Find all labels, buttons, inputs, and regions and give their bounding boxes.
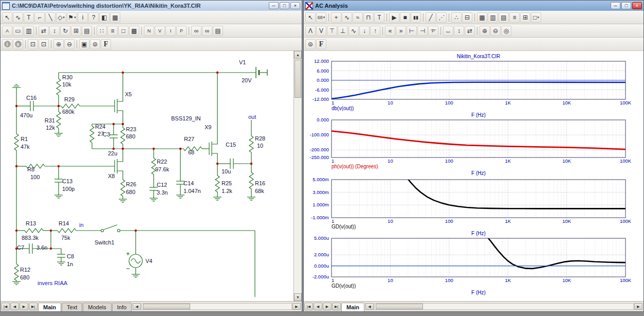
go-to-branch-button[interactable]: ⇄ [465, 26, 475, 36]
high-button[interactable]: ⊤ [327, 26, 337, 36]
tab-scroll-first-button[interactable]: |◀ [304, 303, 313, 310]
scrollbar-thumb[interactable] [376, 304, 423, 309]
flip-horizontal-button[interactable]: ⇄ [39, 26, 49, 36]
close-button[interactable]: × [632, 2, 642, 9]
copy-front-page-button[interactable]: ⊡ [28, 39, 38, 49]
tab-scroll-next-button[interactable]: ▶ [20, 303, 28, 310]
plot-phase-vout[interactable]: 0.000-100.000-200.000-250.0001101001K10K… [309, 117, 631, 176]
font-button[interactable]: F [101, 39, 111, 49]
global-min-button[interactable]: ↓ [359, 26, 370, 36]
copy-page-button[interactable]: ⊡ [39, 39, 49, 49]
stop-button[interactable]: ■ [400, 12, 410, 23]
scope-layout-button[interactable]: □▾ [531, 12, 541, 23]
autoscale-button[interactable]: ◎ [501, 26, 511, 36]
data-points-button[interactable]: ∴ [451, 12, 462, 23]
tab-scroll-next-button[interactable]: ▶ [323, 303, 332, 310]
minimize-button[interactable]: ─ [611, 2, 620, 9]
analysis-plot-area[interactable]: 12.0006.0000.000-6.000-12.0001101001K10K… [304, 51, 643, 301]
tab-main[interactable]: Main [341, 303, 364, 311]
rotate-button[interactable]: ↻ [60, 26, 70, 36]
trace-label[interactable]: db(v(out)) [332, 106, 354, 111]
solid-line-style-button[interactable]: ╱ [426, 12, 436, 23]
color-menu-button[interactable]: ◧ [99, 12, 109, 23]
vertical-scrollbar[interactable]: ▲▼ [293, 51, 302, 301]
zoom-in-button[interactable]: ⊕ [480, 26, 490, 36]
scroll-left-button[interactable]: ◀ [365, 303, 374, 310]
scroll-right-button[interactable]: ▶ [634, 303, 642, 310]
cross-hatch-button[interactable]: ▩ [129, 26, 139, 36]
zoom-out-button[interactable]: ⊖ [490, 26, 501, 36]
grid-toggle-button[interactable]: ∷ [97, 26, 107, 36]
title-block-toggle-button[interactable]: □ [118, 26, 128, 36]
scroll-track[interactable] [374, 303, 634, 310]
tokens-button[interactable]: ⊟ [462, 12, 472, 23]
tab-scroll-prev-button[interactable]: ◀ [10, 303, 19, 310]
border-toggle-button[interactable]: ≡ [107, 26, 118, 36]
zoom-out-button[interactable]: ⊖ [64, 39, 75, 49]
tab-info[interactable]: Info [112, 303, 132, 311]
font-button[interactable]: F [316, 39, 326, 49]
cursor-left-button[interactable]: « [385, 26, 395, 36]
tab-scroll-last-button[interactable]: ▶| [332, 303, 341, 310]
scroll-left-button[interactable]: ◀ [133, 303, 141, 310]
page-thumbnail-button[interactable]: ▣ [79, 39, 89, 49]
cursor-right-button[interactable]: » [396, 26, 406, 36]
shape-mode-button[interactable]: ◇▾ [56, 12, 66, 23]
node-voltages-button[interactable]: V [155, 26, 165, 36]
global-max-button[interactable]: ↑ [370, 26, 380, 36]
state-variables-button[interactable]: ⊜ [305, 39, 316, 49]
tab-scroll-last-button[interactable]: ▶| [29, 303, 38, 310]
peak-button[interactable]: Λ [305, 26, 316, 36]
scroll-track[interactable] [141, 303, 292, 310]
power-display-button[interactable]: P [176, 26, 187, 36]
run-button[interactable]: ▶ [389, 12, 399, 23]
tag-horizontal-button[interactable]: ⊢ [407, 26, 417, 36]
trace-label[interactable]: GD(v(out)) [332, 224, 356, 230]
horizontal-scrollbar[interactable]: ◀▶ [133, 303, 301, 310]
grid-horizontal-button[interactable]: ▥ [488, 12, 498, 23]
text-attributes-button[interactable]: A [2, 26, 12, 36]
analysis-titlebar[interactable]: AC Analysis ─ □ × [304, 1, 643, 11]
trace-label[interactable]: ph(v(out)) (Degrees) [332, 164, 378, 169]
close-button[interactable]: × [290, 2, 300, 9]
region-box-button[interactable]: ▭ [13, 26, 23, 36]
scroll-down-button[interactable]: ▼ [294, 293, 302, 301]
horizontal-measure-button[interactable]: ↔ [443, 26, 453, 36]
scrollbar-thumb[interactable] [143, 304, 190, 309]
schematic-titlebar[interactable]: C:\MC9\DATA\Petrov\switching distortion\… [1, 1, 302, 11]
mirror-box-button[interactable]: ▤ [82, 26, 92, 36]
maximize-button[interactable]: □ [621, 2, 631, 9]
performance-tag-button[interactable]: 'P' [428, 26, 438, 36]
orthogonal-wire-mode-button[interactable]: ⌐ [34, 12, 45, 23]
flag-mode-button[interactable]: ⚑▾ [67, 12, 77, 23]
wire-mode-button[interactable]: ∿ [13, 12, 23, 23]
node-numbers-button[interactable]: N [144, 26, 154, 36]
grid-full-button[interactable]: ▦ [477, 12, 487, 23]
grid-vertical-button[interactable]: ▤ [499, 12, 509, 23]
close-circle-button[interactable]: x [13, 39, 23, 49]
tab-models[interactable]: Models [83, 303, 111, 311]
dotted-line-style-button[interactable]: ⋰ [436, 12, 447, 23]
tab-text[interactable]: Text [62, 303, 82, 311]
search-components-button[interactable]: ∞ [191, 26, 201, 36]
design-rules-button[interactable]: ⊜ [90, 39, 100, 49]
maximize-button[interactable]: □ [280, 2, 289, 9]
flip-vertical-button[interactable]: ↕ [49, 26, 60, 36]
cursor-mode-button[interactable]: + [331, 12, 341, 23]
diagonal-wire-mode-button[interactable]: ╲ [45, 12, 56, 23]
info-mode-button[interactable]: i [78, 12, 88, 23]
step-box-button[interactable]: ⊞ [71, 26, 81, 36]
inflection-button[interactable]: ∿ [348, 26, 359, 36]
minimize-button[interactable]: ─ [269, 2, 279, 9]
low-button[interactable]: ⊥ [338, 26, 348, 36]
picture-box-button[interactable]: ▥ [24, 26, 34, 36]
scroll-right-button[interactable]: ▶ [292, 303, 301, 310]
plot-db-vout[interactable]: 12.0006.0000.000-6.000-12.0001101001K10K… [312, 54, 632, 118]
horizontal-scrollbar[interactable]: ◀▶ [365, 303, 642, 310]
help-contents-button[interactable]: i [2, 39, 12, 49]
waveform-sine-button[interactable]: ∿ [342, 12, 352, 23]
select-mode-button[interactable]: ↖ [305, 12, 316, 23]
scroll-up-button[interactable]: ▲ [294, 51, 302, 59]
trace-label[interactable]: GD(v(out)) [332, 283, 356, 289]
current-display-button[interactable]: I [165, 26, 176, 36]
